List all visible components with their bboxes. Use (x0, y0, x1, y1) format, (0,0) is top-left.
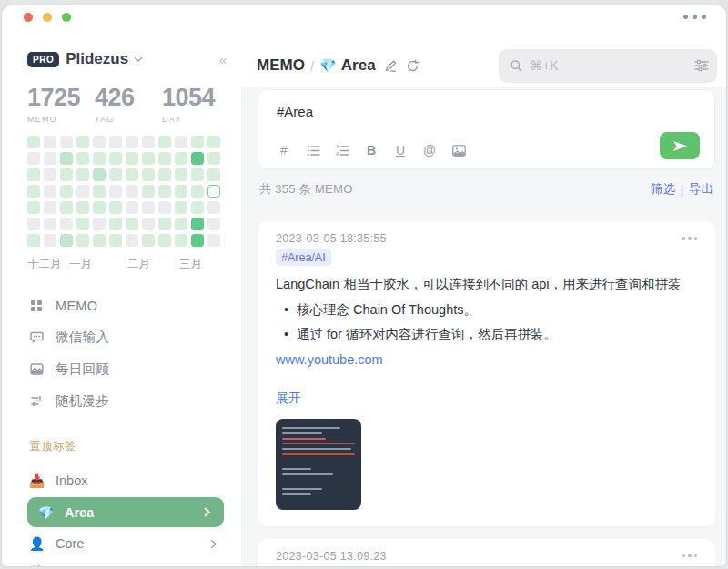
hashtag-tool-icon[interactable]: # (277, 143, 291, 157)
heatmap-cell (158, 185, 171, 198)
minimize-window-button[interactable] (43, 13, 52, 22)
memo-more-menu-icon[interactable] (682, 551, 698, 562)
heatmap-cell (93, 152, 106, 165)
month-label: 一月 (69, 257, 92, 272)
composer-input[interactable]: #Area (277, 104, 698, 119)
image-tool-icon[interactable] (451, 145, 466, 157)
heatmap-cell (60, 201, 73, 214)
chevron-down-icon[interactable] (134, 56, 143, 63)
send-button[interactable] (660, 132, 700, 159)
heatmap-cell (27, 152, 40, 165)
numbered-list-tool-icon[interactable] (335, 145, 349, 157)
filter-sliders-icon[interactable] (694, 59, 709, 72)
heatmap-cell (175, 201, 187, 214)
sidebar: PRO Plidezus « 1725 MEMO 426 TAG 1054 DA… (2, 38, 241, 566)
heatmap-cell (142, 185, 155, 198)
breadcrumb-root[interactable]: MEMO (257, 56, 305, 75)
heatmap-cell (76, 218, 89, 230)
heatmap-cell (191, 234, 204, 247)
memo-tag-chip[interactable]: #Area/AI (276, 249, 331, 266)
sidebar-item-random-walk[interactable]: 随机漫步 (2, 385, 241, 417)
chevron-right-icon[interactable] (210, 539, 217, 549)
search-box[interactable] (499, 49, 717, 83)
sidebar-item-label: 随机漫步 (56, 392, 109, 410)
export-link[interactable]: 导出 (689, 182, 713, 196)
heatmap-cell (191, 201, 204, 214)
heatmap-cell (109, 185, 122, 198)
main-header: MEMO / 💎 Area (241, 38, 726, 87)
memo-bullet: 通过 for 循环对内容进行查询，然后再拼装。 (276, 322, 697, 346)
memo-card: 2023-03-05 13:09:23 #Area/AI Notion AI 和… (258, 539, 715, 566)
sidebar-tag-area[interactable]: 💎 Area (27, 497, 224, 527)
collapse-sidebar-icon[interactable]: « (219, 52, 225, 67)
close-window-button[interactable] (24, 13, 33, 22)
tag-label: Core (56, 536, 84, 551)
grid-icon (29, 299, 44, 313)
heatmap-cell (158, 152, 171, 165)
heatmap-cell (142, 152, 155, 165)
memo-image-thumbnail[interactable] (276, 419, 361, 510)
expand-link[interactable]: 展开 (276, 391, 697, 407)
heatmap-cell (158, 136, 171, 148)
sidebar-tag-lifelog[interactable]: 🥦 Lifelog (2, 558, 241, 566)
edit-pencil-icon[interactable] (384, 59, 398, 73)
stat-day-value: 1054 (162, 84, 229, 112)
stats-row: 1725 MEMO 426 TAG 1054 DAY (27, 84, 241, 124)
heatmap-cell (109, 234, 122, 247)
stat-day: 1054 DAY (162, 84, 229, 124)
mention-tool-icon[interactable]: @ (422, 143, 437, 157)
memo-link[interactable]: www.youtube.com (276, 352, 383, 367)
sidebar-tag-core[interactable]: 👤 Core (2, 529, 241, 558)
heatmap-cell (44, 201, 56, 214)
heatmap-cell (44, 185, 56, 198)
window-more-menu-icon[interactable] (683, 15, 706, 19)
memo-composer[interactable]: #Area # B U @ (258, 89, 715, 169)
bullet-list-tool-icon[interactable] (306, 145, 320, 157)
sidebar-item-daily-review[interactable]: 每日回顾 (2, 353, 241, 385)
sidebar-item-wechat-input[interactable]: 微信输入 (2, 321, 241, 353)
refresh-icon[interactable] (406, 59, 420, 73)
heatmap-cell (207, 201, 220, 214)
memo-bullet: 核心理念 Chain Of Thoughts。 (276, 298, 697, 321)
heatmap-cell (207, 218, 220, 230)
memo-timestamp: 2023-03-05 18:35:55 (276, 232, 387, 245)
heatmap-cell (175, 152, 187, 165)
sidebar-item-label: MEMO (56, 299, 97, 313)
search-icon (510, 59, 523, 73)
heatmap-cell (76, 136, 89, 148)
tag-label: Area (65, 505, 94, 520)
sidebar-tag-inbox[interactable]: 📥 Inbox (2, 466, 241, 495)
month-label: 二月 (127, 257, 150, 272)
heatmap-cell (142, 136, 155, 148)
heatmap-cell (60, 234, 73, 247)
heatmap-cell (44, 168, 56, 181)
memo-list-header: 共 355 条 MEMO 筛选 | 导出 (259, 181, 713, 198)
heatmap-cell-today (207, 185, 220, 198)
bold-tool-icon[interactable]: B (364, 143, 379, 157)
chevron-right-icon[interactable] (204, 507, 211, 517)
heatmap-cell (191, 168, 204, 181)
list-actions: 筛选 | 导出 (651, 181, 713, 198)
heatmap-cell (126, 136, 138, 148)
sidebar-nav: MEMO 微信输入 每日回顾 随机漫步 (2, 290, 241, 417)
filter-link[interactable]: 筛选 (651, 182, 675, 196)
heatmap-cell (175, 136, 187, 148)
breadcrumb-separator: / (310, 58, 314, 74)
underline-tool-icon[interactable]: U (393, 143, 408, 157)
memo-more-menu-icon[interactable] (682, 233, 698, 244)
traffic-lights (24, 13, 71, 22)
sidebar-item-memo[interactable]: MEMO (2, 290, 241, 321)
heatmap-cell (191, 136, 204, 148)
stat-tag-label: TAG (95, 115, 162, 124)
heatmap-cell (44, 152, 56, 165)
heatmap-cell (158, 201, 171, 214)
pinned-tags-section-title: 置顶标签 (29, 439, 241, 454)
zoom-window-button[interactable] (62, 13, 71, 22)
heatmap-cell (60, 152, 73, 165)
memo-content-area: #Area # B U @ (241, 87, 726, 566)
memo-count: 共 355 条 MEMO (259, 181, 353, 198)
heatmap-cell (93, 234, 106, 247)
memo-top-row: 2023-03-05 18:35:55 (276, 232, 697, 245)
search-input[interactable] (530, 58, 694, 73)
inbox-emoji-icon: 📥 (29, 473, 45, 488)
